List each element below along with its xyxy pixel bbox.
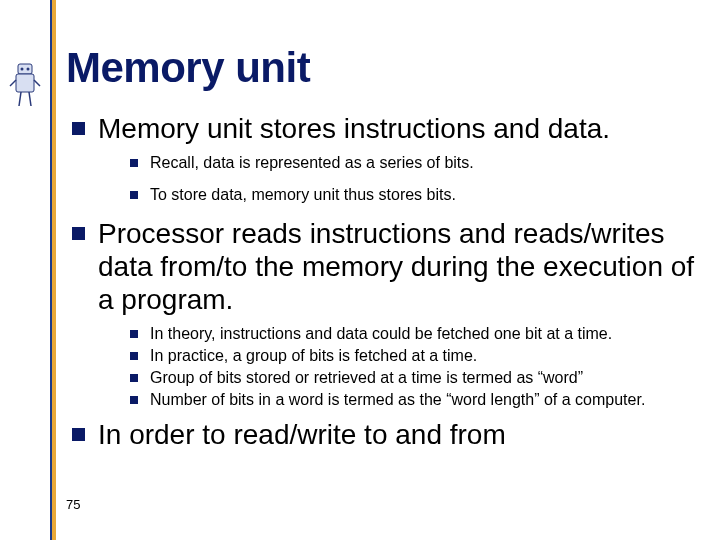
bullet-text: Memory unit stores instructions and data… xyxy=(98,112,700,145)
svg-point-1 xyxy=(21,68,24,71)
sub-bullet-text: In theory, instructions and data could b… xyxy=(150,324,700,344)
slide-title: Memory unit xyxy=(66,44,700,92)
svg-rect-0 xyxy=(18,64,32,74)
sub-bullet-text: Group of bits stored or retrieved at a t… xyxy=(150,368,700,388)
sub-bullet-list: Recall, data is represented as a series … xyxy=(126,153,700,205)
sub-bullet-item: In practice, a group of bits is fetched … xyxy=(126,346,700,366)
sub-bullet-item: Group of bits stored or retrieved at a t… xyxy=(126,368,700,388)
sub-bullet-item: Recall, data is represented as a series … xyxy=(126,153,700,173)
slide-content: Memory unit Memory unit stores instructi… xyxy=(66,44,700,459)
bullet-item: In order to read/write to and from xyxy=(66,418,700,451)
bullet-item: Processor reads instructions and reads/w… xyxy=(66,217,700,410)
page-number: 75 xyxy=(66,497,80,512)
svg-line-7 xyxy=(29,92,31,106)
sub-bullet-text: Number of bits in a word is termed as th… xyxy=(150,390,700,410)
bullet-text: Processor reads instructions and reads/w… xyxy=(98,217,700,316)
svg-rect-3 xyxy=(16,74,34,92)
sub-bullet-item: To store data, memory unit thus stores b… xyxy=(126,185,700,205)
sub-bullet-text: In practice, a group of bits is fetched … xyxy=(150,346,700,366)
main-bullet-list: Memory unit stores instructions and data… xyxy=(66,112,700,451)
robot-icon xyxy=(8,62,42,108)
svg-line-4 xyxy=(10,80,16,86)
sub-bullet-item: In theory, instructions and data could b… xyxy=(126,324,700,344)
svg-line-5 xyxy=(34,80,40,86)
bullet-item: Memory unit stores instructions and data… xyxy=(66,112,700,205)
sub-bullet-item: Number of bits in a word is termed as th… xyxy=(126,390,700,410)
sub-bullet-list: In theory, instructions and data could b… xyxy=(126,324,700,410)
sub-bullet-text: To store data, memory unit thus stores b… xyxy=(150,185,700,205)
bullet-text: In order to read/write to and from xyxy=(98,418,700,451)
sub-bullet-text: Recall, data is represented as a series … xyxy=(150,153,700,173)
svg-point-2 xyxy=(27,68,30,71)
svg-line-6 xyxy=(19,92,21,106)
vertical-rule xyxy=(50,0,56,540)
